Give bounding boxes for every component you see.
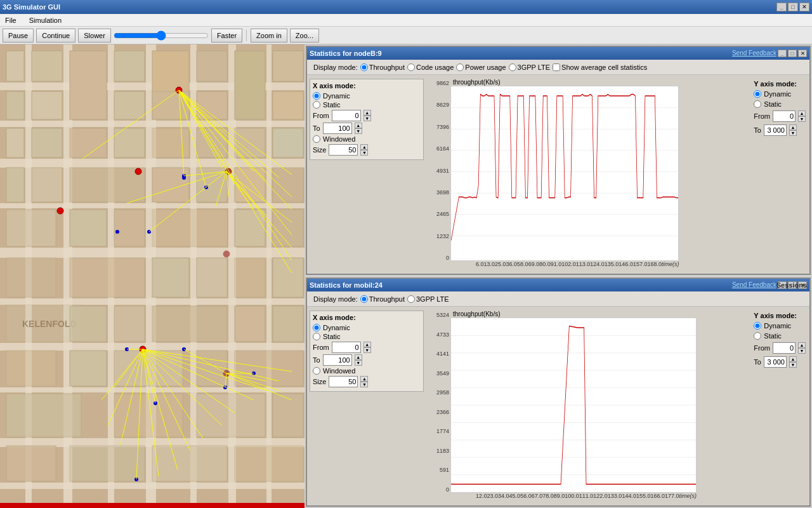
mobil-y-from-up[interactable]: ▲: [798, 342, 806, 348]
sessions-tab[interactable]: Sessions: [776, 281, 807, 289]
nodeb-y-from-input[interactable]: [773, 110, 796, 122]
nodeb-y-val-8: 0: [446, 255, 449, 261]
nodeb-y-static[interactable]: Static: [754, 100, 806, 108]
mobil-x-to-up[interactable]: ▲: [355, 354, 362, 360]
svg-rect-77: [152, 446, 227, 481]
svg-text:KELENFOLD: KELENFOLD: [22, 319, 77, 329]
mobil-y-to-up[interactable]: ▲: [789, 356, 797, 362]
close-button[interactable]: ✕: [799, 3, 809, 11]
mobil-x-dynamic[interactable]: Dynamic: [313, 324, 421, 331]
mobil-x-dynamic-label: Dynamic: [323, 324, 350, 331]
maximize-nodeb[interactable]: □: [788, 50, 797, 57]
nodeb-radio-power[interactable]: Power usage: [456, 64, 506, 71]
nodeb-x-from-input[interactable]: [332, 110, 361, 121]
nodeb-x-to-input[interactable]: [323, 123, 352, 134]
nodeb-x-to-down[interactable]: ▼: [355, 128, 362, 134]
nodeb-x-to-up[interactable]: ▲: [355, 123, 362, 128]
pause-button[interactable]: Pause: [3, 29, 34, 43]
zoom-out-button[interactable]: Zoo...: [290, 29, 319, 43]
mobil-x-size-up[interactable]: ▲: [360, 376, 368, 382]
zoom-in-button[interactable]: Zoom in: [251, 29, 287, 43]
mobil-y-dynamic-label: Dynamic: [764, 322, 791, 330]
mobil-y-val-8: 591: [440, 467, 449, 473]
menu-file[interactable]: File: [3, 17, 19, 24]
nodeb-x-from-down[interactable]: ▼: [363, 116, 371, 121]
nodeb-3gpp-label: 3GPP LTE: [518, 64, 551, 71]
mobil-x-axis-title: X axis mode:: [313, 314, 421, 321]
mobil-radio-throughput[interactable]: Throughput: [360, 295, 405, 303]
app-title-bar: 3G Simulator GUI _ □ ✕: [0, 0, 812, 14]
mobil-x-windowed[interactable]: Windowed: [313, 367, 421, 375]
mobil-display-mode-bar: Display mode: Throughput 3GPP LTE Sessio…: [307, 291, 809, 307]
mobil-y-axis-title: Y axis mode:: [754, 312, 806, 319]
mobil-x-size-spin: ▲ ▼: [360, 376, 368, 387]
nodeb-x-static[interactable]: Static: [313, 101, 421, 109]
svg-rect-74: [273, 394, 303, 437]
menu-simulation[interactable]: Simulation: [27, 17, 64, 24]
nodeb-x-size-up[interactable]: ▲: [360, 144, 368, 150]
nodeb-y-to-down[interactable]: ▼: [789, 130, 797, 136]
svg-rect-19: [32, 51, 62, 81]
nodeb-x-size-input[interactable]: [329, 144, 358, 156]
mobil-x-static[interactable]: Static: [313, 333, 421, 340]
mobil-y-to-down[interactable]: ▼: [789, 362, 797, 368]
slower-button[interactable]: Slower: [78, 29, 111, 43]
nodeb-y-dynamic[interactable]: Dynamic: [754, 90, 806, 98]
minimize-nodeb[interactable]: _: [778, 50, 787, 57]
mobil-x-size-input[interactable]: [329, 376, 358, 387]
minimize-button[interactable]: _: [776, 3, 787, 11]
mobil-y-val-6: 1774: [436, 428, 449, 434]
nodeb-y-from-down[interactable]: ▼: [798, 116, 806, 122]
speed-slider[interactable]: [114, 30, 209, 41]
mobil-x-to-input[interactable]: [323, 354, 352, 366]
maximize-button[interactable]: □: [788, 3, 798, 11]
stats-nodeb-title-bar: Statistics for nodeB:9 Send Feedback _ □…: [307, 47, 809, 60]
nodeb-radio-code[interactable]: Code usage: [407, 64, 454, 71]
mobil-y-to-input[interactable]: [764, 356, 787, 368]
nodeb-x-0: 6.0: [476, 261, 484, 270]
nodeb-y-to-label: To: [754, 126, 761, 134]
map-canvas[interactable]: KELENFOLD: [0, 44, 304, 508]
mobil-x-to-down[interactable]: ▼: [355, 360, 362, 366]
nodeb-y-from-up[interactable]: ▲: [798, 110, 806, 116]
mobil-x-size-down[interactable]: ▼: [360, 382, 368, 387]
nodeb-radio-3gpp[interactable]: 3GPP LTE: [509, 64, 551, 71]
svg-rect-18: [6, 51, 24, 81]
continue-button[interactable]: Continue: [36, 29, 75, 43]
mobil-x-from-down[interactable]: ▼: [363, 347, 371, 353]
faster-button[interactable]: Faster: [211, 29, 242, 43]
svg-rect-32: [6, 128, 24, 157]
svg-rect-53: [6, 258, 56, 297]
nodeb-x-from-up[interactable]: ▲: [363, 110, 371, 116]
mobil-y-from-input[interactable]: [773, 342, 796, 354]
send-feedback-nodeb[interactable]: Send Feedback: [732, 50, 776, 57]
nodeb-x-windowed[interactable]: Windowed: [313, 135, 421, 143]
svg-rect-20: [70, 51, 107, 119]
close-nodeb[interactable]: ✕: [798, 50, 807, 57]
nodeb-x-size-down[interactable]: ▼: [360, 150, 368, 156]
stats-nodeb-title: Statistics for nodeB:9: [310, 50, 382, 57]
mobil-y-from-down[interactable]: ▼: [798, 348, 806, 354]
mobil-x-11: 133.0: [608, 493, 622, 502]
mobil-x-from-up[interactable]: ▲: [363, 342, 371, 347]
svg-rect-57: [235, 258, 265, 297]
nodeb-y-to-input[interactable]: [764, 124, 787, 136]
nodeb-power-label: Power usage: [465, 64, 506, 71]
nodeb-x-1: 13.0: [484, 261, 495, 270]
progress-bar: [0, 503, 304, 508]
nodeb-radio-throughput[interactable]: Throughput: [360, 64, 405, 71]
mobil-y-dynamic[interactable]: Dynamic: [754, 322, 806, 330]
mobil-x-from-input[interactable]: [332, 342, 361, 353]
nodeb-show-avg[interactable]: Show average cell statistics: [553, 64, 647, 71]
mobil-y-static[interactable]: Static: [754, 332, 806, 340]
mobil-radio-3gpp[interactable]: 3GPP LTE: [407, 295, 449, 303]
send-feedback-mobil[interactable]: Send Feedback: [732, 281, 776, 289]
mobil-x-7: 89.0: [554, 493, 565, 502]
nodeb-y-to-up[interactable]: ▲: [789, 124, 797, 130]
mobil-x-4: 56.0: [520, 493, 532, 502]
svg-rect-50: [152, 210, 227, 246]
nodeb-x-dynamic[interactable]: Dynamic: [313, 92, 421, 100]
mobil-chart-plot-area: throughput(Kb/s): [450, 311, 697, 502]
svg-rect-33: [32, 128, 62, 157]
separator-1: [246, 30, 247, 41]
